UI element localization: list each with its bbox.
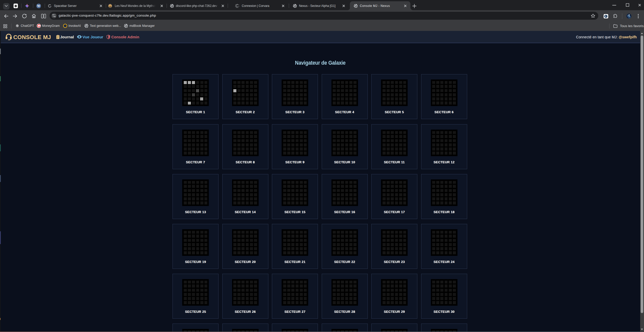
svg-text:W: W (37, 4, 40, 7)
